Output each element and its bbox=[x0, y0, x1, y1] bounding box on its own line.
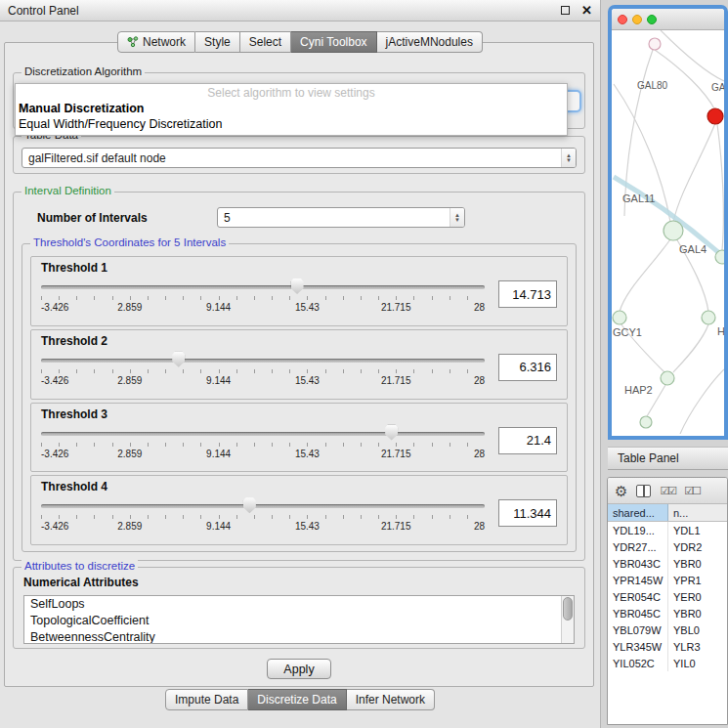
tab-network[interactable]: Network bbox=[117, 31, 195, 53]
threshold-4-slider[interactable]: -3.4262.8599.14415.4321.71528 bbox=[41, 494, 485, 535]
number-of-intervals-combo[interactable]: 5 ▲▼ bbox=[217, 207, 465, 228]
tab-impute-data[interactable]: Impute Data bbox=[165, 689, 248, 710]
slider-track bbox=[41, 285, 485, 289]
table-row[interactable]: YPR145WYPR1 bbox=[608, 572, 727, 588]
network-node-bottom[interactable] bbox=[640, 416, 652, 428]
number-of-intervals-row: Number of Intervals 5 ▲▼ bbox=[31, 206, 567, 230]
table-row[interactable]: YBL079WYBL0 bbox=[608, 621, 727, 638]
apply-button[interactable]: Apply bbox=[267, 659, 331, 679]
node-label-gal80: GAL80 bbox=[637, 80, 668, 91]
table-row[interactable]: YDR27...YDR2 bbox=[608, 538, 727, 555]
tab-cyni-toolbox[interactable]: Cyni Toolbox bbox=[291, 31, 376, 53]
table-row[interactable]: YDL19...YDL1 bbox=[608, 522, 727, 538]
tab-label: Network bbox=[143, 35, 186, 49]
table-panel-window: ⚙ ☑☑ ☑☐ shared... n... YDL19...YDL1YDR27… bbox=[607, 477, 728, 725]
table-data-combo[interactable]: galFiltered.sif default node ▲▼ bbox=[21, 148, 577, 168]
numerical-attributes-list[interactable]: SelfLoopsTopologicalCoefficientBetweenne… bbox=[23, 595, 575, 644]
attribute-item-betweennesscentrality[interactable]: BetweennessCentrality bbox=[24, 629, 574, 644]
threshold-4-value-field[interactable]: 11.344 bbox=[498, 499, 557, 527]
cell-shared-name: YBR045C bbox=[608, 605, 668, 621]
scale-label: 9.144 bbox=[206, 449, 231, 459]
threshold-3-value-field[interactable]: 21.4 bbox=[498, 427, 557, 454]
tab-label: Discretize Data bbox=[257, 693, 336, 707]
tab-discretize-data[interactable]: Discretize Data bbox=[248, 689, 346, 710]
slider-thumb[interactable] bbox=[172, 352, 185, 367]
tab-select[interactable]: Select bbox=[240, 31, 291, 53]
network-node-pink[interactable] bbox=[649, 38, 661, 50]
scale-label: 9.144 bbox=[206, 375, 231, 386]
select-all-checkboxes-icon[interactable]: ☑☑ bbox=[660, 485, 675, 497]
menu-item-manual-discretization[interactable]: Manual Discretization bbox=[16, 101, 567, 116]
zoom-traffic-light[interactable] bbox=[647, 15, 657, 24]
scale-label: 2.859 bbox=[117, 449, 142, 459]
network-node-hap2[interactable] bbox=[661, 371, 674, 385]
scale-label: 15.43 bbox=[295, 449, 320, 459]
table-row[interactable]: YBR043CYBR0 bbox=[608, 555, 727, 572]
control-panel-titlebar[interactable]: Control Panel ✕ bbox=[0, 0, 600, 21]
cell-shared-name: YDR27... bbox=[608, 538, 668, 555]
column-header-name[interactable]: n... bbox=[668, 504, 727, 521]
network-node-gcy1[interactable] bbox=[613, 311, 626, 324]
list-vertical-scrollbar[interactable] bbox=[561, 596, 574, 643]
tab-jactivemnodules[interactable]: jActiveMNodules bbox=[377, 31, 483, 53]
threshold-3-box: Threshold 3-3.4262.8599.14415.4321.71528… bbox=[30, 403, 568, 473]
cell-name: YLR3 bbox=[668, 638, 727, 655]
slider-scale-labels: -3.4262.8599.14415.4321.71528 bbox=[41, 375, 485, 387]
slider-tick-marks bbox=[41, 369, 485, 373]
scale-label: 2.859 bbox=[117, 521, 142, 532]
network-node-right-edge[interactable] bbox=[715, 250, 724, 264]
slider-thumb[interactable] bbox=[243, 497, 256, 513]
minimize-traffic-light[interactable] bbox=[632, 15, 642, 24]
cell-name: YBL0 bbox=[668, 621, 727, 638]
table-data-group: Table Data galFiltered.sif default node … bbox=[13, 136, 585, 174]
column-header-shared-name[interactable]: shared... bbox=[608, 504, 668, 521]
node-label-hap2: HAP2 bbox=[624, 384, 653, 396]
network-node-red[interactable] bbox=[707, 108, 723, 124]
network-node-gal4[interactable] bbox=[664, 221, 683, 240]
threshold-1-box: Threshold 1-3.4262.8599.14415.4321.71528… bbox=[30, 256, 568, 326]
table-row[interactable]: YBR045CYBR0 bbox=[608, 605, 727, 621]
scale-label: 21.715 bbox=[381, 521, 411, 532]
threshold-2-slider[interactable]: -3.4262.8599.14415.4321.71528 bbox=[41, 349, 485, 390]
threshold-3-slider[interactable]: -3.4262.8599.14415.4321.71528 bbox=[41, 422, 485, 463]
scrollbar-thumb[interactable] bbox=[563, 597, 573, 621]
close-traffic-light[interactable] bbox=[618, 15, 627, 24]
algorithm-dropdown-popup: Select algorithm to view settings Manual… bbox=[15, 83, 568, 136]
network-canvas[interactable]: GAL80GAGAL11GAL4GCY1HHAP2 bbox=[612, 30, 724, 434]
network-window-titlebar[interactable] bbox=[612, 9, 724, 30]
attributes-group-label: Attributes to discretize bbox=[21, 560, 138, 572]
right-region: GAL80GAGAL11GAL4GCY1HHAP2 Table Panel ⚙ … bbox=[601, 0, 728, 728]
interval-definition-group-label: Interval Definition bbox=[21, 185, 114, 196]
table-row[interactable]: YIL052CYIL0 bbox=[608, 655, 727, 671]
table-row[interactable]: YER054CYER0 bbox=[608, 588, 727, 605]
threshold-3-row: -3.4262.8599.14415.4321.7152821.4 bbox=[41, 422, 557, 463]
threshold-2-value-field[interactable]: 6.316 bbox=[498, 354, 557, 381]
clear-selection-checkboxes-icon[interactable]: ☑☐ bbox=[684, 485, 700, 497]
close-icon[interactable]: ✕ bbox=[581, 5, 592, 17]
column-selector-icon[interactable] bbox=[636, 485, 651, 497]
menu-item-equal-width-frequency-discretization[interactable]: Equal Width/Frequency Discretization bbox=[16, 116, 567, 132]
cell-name: YDL1 bbox=[668, 522, 727, 538]
tab-infer-network[interactable]: Infer Network bbox=[347, 689, 435, 710]
threshold-1-slider[interactable]: -3.4262.8599.14415.4321.71528 bbox=[41, 276, 485, 317]
slider-tick-marks bbox=[41, 296, 485, 300]
scale-label: 21.715 bbox=[381, 302, 411, 313]
table-row[interactable]: YLR345WYLR3 bbox=[608, 638, 727, 655]
attribute-item-selfloops[interactable]: SelfLoops bbox=[24, 596, 574, 613]
scale-label: 28 bbox=[474, 521, 485, 532]
float-window-icon[interactable] bbox=[561, 6, 570, 15]
attribute-item-topologicalcoefficient[interactable]: TopologicalCoefficient bbox=[24, 613, 574, 629]
tab-style[interactable]: Style bbox=[195, 31, 240, 53]
threshold-2-box: Threshold 2-3.4262.8599.14415.4321.71528… bbox=[30, 329, 568, 400]
slider-thumb[interactable] bbox=[291, 278, 304, 294]
scale-label: -3.426 bbox=[41, 449, 68, 459]
slider-thumb[interactable] bbox=[385, 425, 398, 441]
threshold-1-row: -3.4262.8599.14415.4321.7152814.713 bbox=[41, 276, 557, 317]
discretization-algorithm-group-label: Discretization Algorithm bbox=[21, 65, 145, 77]
threshold-1-value-field[interactable]: 14.713 bbox=[498, 280, 557, 308]
threshold-list: Threshold 1-3.4262.8599.14415.4321.71528… bbox=[30, 256, 568, 545]
gear-icon[interactable]: ⚙ bbox=[615, 484, 627, 498]
slider-tick-marks bbox=[41, 443, 485, 447]
scale-label: 28 bbox=[474, 449, 485, 459]
network-node-right-mid[interactable] bbox=[702, 311, 715, 324]
